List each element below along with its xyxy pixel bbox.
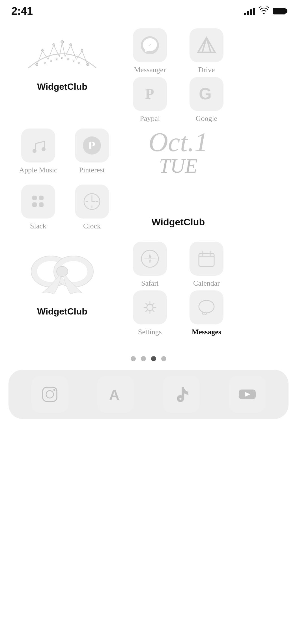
svg-point-21 bbox=[42, 147, 46, 151]
clock-icon-wrap bbox=[75, 185, 109, 219]
pinterest-app[interactable]: P Pinterest bbox=[65, 129, 119, 174]
date-widget-label: WidgetClub bbox=[152, 217, 205, 228]
status-bar: 2:41 bbox=[0, 0, 297, 20]
row-1: WidgetClub Messanger bbox=[11, 28, 286, 123]
apple-music-label: Apple Music bbox=[19, 166, 57, 174]
page-dot-3[interactable] bbox=[151, 356, 156, 361]
page-dot-2[interactable] bbox=[141, 356, 146, 361]
settings-icon-wrap bbox=[133, 290, 167, 324]
dock-instagram[interactable] bbox=[31, 376, 68, 413]
google-app[interactable]: G Google bbox=[181, 77, 232, 123]
calendar-label: Calendar bbox=[193, 279, 220, 288]
slack-icon-wrap bbox=[21, 185, 55, 219]
svg-text:A: A bbox=[109, 387, 119, 403]
svg-point-9 bbox=[56, 58, 57, 60]
google-icon-wrap: G bbox=[190, 77, 223, 111]
safari-icon-wrap bbox=[133, 242, 167, 276]
svg-point-10 bbox=[61, 57, 63, 59]
calendar-icon bbox=[197, 249, 216, 269]
tiara-image bbox=[17, 28, 107, 79]
drive-icon-wrap bbox=[190, 28, 223, 62]
drive-app[interactable]: Drive bbox=[181, 28, 232, 74]
clock-label: Clock bbox=[83, 222, 101, 230]
svg-point-6 bbox=[87, 63, 89, 66]
svg-rect-27 bbox=[32, 202, 37, 207]
svg-point-11 bbox=[67, 58, 69, 60]
messages-app[interactable]: Messages bbox=[181, 290, 232, 336]
paypal-label: Paypal bbox=[140, 114, 160, 123]
svg-point-1 bbox=[53, 44, 55, 46]
safari-label: Safari bbox=[141, 279, 159, 288]
messenger-app[interactable]: Messanger bbox=[124, 28, 175, 74]
clock-app[interactable]: Clock bbox=[65, 185, 119, 230]
apple-music-icon-wrap bbox=[21, 129, 55, 162]
apps-row-settings: Settings Messages bbox=[124, 290, 232, 336]
widget-date[interactable]: Oct.1 TUE bbox=[124, 129, 232, 182]
svg-point-8 bbox=[50, 60, 52, 62]
paypal-icon: P bbox=[140, 84, 160, 104]
date-widget-label-area: WidgetClub bbox=[124, 217, 232, 230]
bow-svg bbox=[27, 245, 98, 301]
svg-line-22 bbox=[36, 141, 45, 144]
row-3: Slack Clock WidgetClub bbox=[11, 185, 286, 230]
paypal-app[interactable]: P Paypal bbox=[124, 77, 175, 123]
messages-icon-wrap bbox=[190, 290, 223, 324]
row-2: Apple Music P Pinterest Oct.1 TUE bbox=[11, 129, 286, 182]
widget-bow-label: WidgetClub bbox=[37, 306, 87, 317]
safari-icon bbox=[140, 249, 160, 269]
apple-music-app[interactable]: Apple Music bbox=[11, 129, 65, 174]
svg-rect-28 bbox=[39, 202, 44, 207]
apps-row-top: Messanger Drive bbox=[124, 28, 232, 74]
svg-point-4 bbox=[81, 50, 83, 52]
row-4: WidgetClub Sa bbox=[11, 242, 286, 336]
date-main-text: Oct.1 bbox=[148, 129, 208, 156]
pinterest-icon: P bbox=[82, 136, 102, 155]
dock: A bbox=[8, 370, 289, 419]
svg-rect-46 bbox=[199, 253, 214, 266]
svg-text:P: P bbox=[145, 86, 154, 102]
pinterest-icon-wrap: P bbox=[75, 129, 109, 162]
svg-point-0 bbox=[61, 40, 64, 43]
calendar-app[interactable]: Calendar bbox=[181, 242, 232, 288]
messenger-icon-wrap bbox=[133, 28, 167, 62]
svg-point-50 bbox=[147, 304, 153, 311]
clock-icon bbox=[82, 192, 102, 211]
page-dot-4[interactable] bbox=[161, 356, 166, 361]
messenger-label: Messanger bbox=[134, 66, 166, 74]
page-dots bbox=[0, 345, 297, 370]
status-icons bbox=[244, 7, 286, 16]
home-screen: WidgetClub Messanger bbox=[0, 20, 297, 336]
slack-app[interactable]: Slack bbox=[11, 185, 65, 230]
svg-point-53 bbox=[46, 391, 53, 398]
pinterest-label: Pinterest bbox=[79, 166, 105, 174]
appstore-icon: A bbox=[106, 384, 126, 404]
tiara-svg bbox=[23, 34, 102, 74]
widget-tiara[interactable]: WidgetClub bbox=[11, 28, 113, 92]
settings-icon bbox=[140, 298, 160, 317]
svg-text:G: G bbox=[199, 84, 212, 103]
apps-row-safari: Safari Calendar bbox=[124, 242, 232, 288]
apple-music-icon bbox=[28, 136, 48, 155]
instagram-icon bbox=[40, 384, 60, 404]
right-apps-col-2: Safari Calendar bbox=[124, 242, 232, 336]
dock-tiktok[interactable] bbox=[163, 376, 200, 413]
svg-text:P: P bbox=[88, 139, 95, 152]
page-dot-1[interactable] bbox=[131, 356, 136, 361]
messages-icon bbox=[197, 298, 216, 317]
svg-point-2 bbox=[70, 44, 72, 46]
status-time: 2:41 bbox=[11, 5, 33, 17]
wifi-icon bbox=[259, 7, 269, 16]
svg-point-12 bbox=[73, 60, 74, 62]
widget-bow[interactable]: WidgetClub bbox=[11, 242, 113, 317]
apps-row-bottom: P Paypal G Google bbox=[124, 77, 232, 123]
battery-icon bbox=[273, 8, 286, 14]
settings-app[interactable]: Settings bbox=[124, 290, 175, 336]
svg-rect-25 bbox=[32, 196, 37, 200]
date-day-text: TUE bbox=[159, 156, 197, 176]
tiktok-icon bbox=[171, 384, 191, 404]
dock-appstore[interactable]: A bbox=[97, 376, 134, 413]
svg-rect-26 bbox=[39, 196, 44, 200]
dock-youtube[interactable] bbox=[229, 376, 266, 413]
svg-point-20 bbox=[33, 149, 36, 153]
safari-app[interactable]: Safari bbox=[124, 242, 175, 288]
